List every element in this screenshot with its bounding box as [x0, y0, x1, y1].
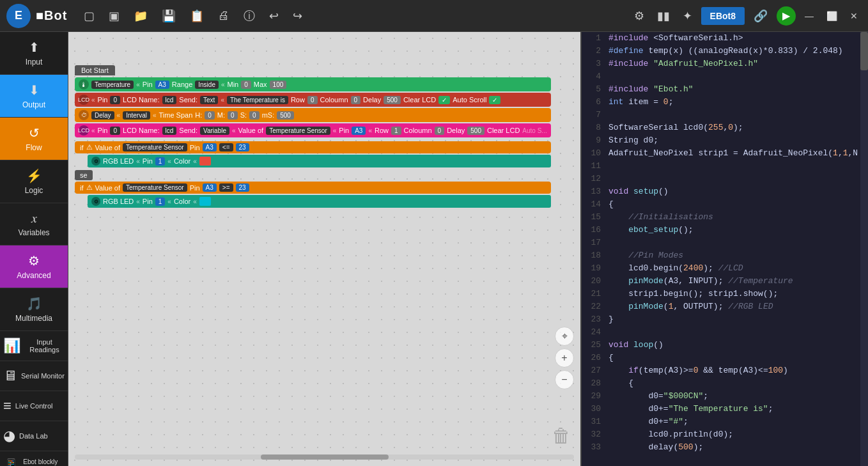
sidebar-item-serial-monitor[interactable]: 🖥 Serial Monitor: [0, 361, 68, 391]
main-area: ⬆ Input ⬇ Output ↺ Flow ⚡ Logic 𝑥 Variab…: [0, 32, 868, 466]
code-line-24: 24: [582, 326, 868, 339]
chip-if2-pin: A3: [203, 183, 217, 192]
if-block-1-container: if ⚠ Value of Temperature Sensor Pin A3 …: [75, 141, 551, 167]
undo-icon[interactable]: ↩: [265, 6, 283, 26]
chip-rgb1-pin: 1: [155, 157, 166, 166]
sidebar-item-input[interactable]: ⬆ Input: [0, 32, 68, 75]
copy-icon[interactable]: ▣: [105, 6, 123, 26]
advanced-icon: ⚙: [28, 253, 40, 268]
layout-icon[interactable]: ▮▮: [653, 6, 674, 26]
chip-text: Text: [200, 96, 218, 104]
chip-pin0-2: 0: [110, 127, 120, 135]
else-label: se: [75, 169, 551, 180]
block-delay-icon: ⏱: [79, 110, 89, 120]
logo-text: ■Bot: [36, 8, 67, 23]
topbar: E ■Bot ▢ ▣ 📁 💾 📋 🖨 ⓘ ↩ ↪ ⚙ ▮▮ ✦ EBot8 🔗 …: [0, 0, 868, 32]
settings-icon[interactable]: ⚙: [630, 6, 648, 26]
logo-letter: E: [15, 9, 22, 22]
sidebar-item-flow[interactable]: ↺ Flow: [0, 118, 68, 160]
ebot-button[interactable]: EBot8: [701, 7, 745, 25]
chip-interval: Interval: [123, 111, 150, 120]
sidebar-item-multimedia[interactable]: 🎵 Multimedia: [0, 288, 68, 331]
live-control-icon: ≡: [3, 398, 12, 414]
save-icon[interactable]: 💾: [158, 6, 180, 26]
print-icon[interactable]: 🖨: [214, 6, 233, 25]
chip-min: 0: [241, 81, 251, 89]
sidebar-item-output[interactable]: ⬇ Output: [0, 75, 68, 118]
chip-col1: 0: [435, 127, 445, 135]
code-line-6: 6 int item = 0;: [582, 96, 868, 109]
canvas-scrollbar-thumb[interactable]: [261, 454, 389, 460]
code-line-22: 22 pinMode(1, OUTPUT); //RGB LED: [582, 300, 868, 313]
flow-icon: ↺: [29, 125, 40, 141]
chip-scroll-check: ✓: [489, 96, 500, 104]
canvas-area[interactable]: Bot Start 🌡 Temperature « Pin A3 Range I…: [68, 32, 580, 466]
sidebar-label-data-lab: Data Lab: [19, 432, 48, 440]
code-editor: 1 #include <SoftwareSerial.h> 2 #define …: [580, 32, 868, 466]
sidebar-item-logic[interactable]: ⚡ Logic: [0, 160, 68, 203]
sidebar-label-input-readings: Input Readings: [24, 338, 65, 353]
redo-icon[interactable]: ↪: [289, 6, 306, 26]
code-line-23: 23 }: [582, 313, 868, 326]
chip-h: 0: [205, 111, 215, 120]
chip-temperature: Temperature: [91, 81, 134, 89]
topbar-right: ⚙ ▮▮ ✦ EBot8 🔗 ▶ — ⬜ ✕: [630, 6, 862, 26]
new-file-icon[interactable]: ▢: [80, 6, 98, 26]
minimize-button[interactable]: —: [801, 10, 818, 22]
if-block-1[interactable]: if ⚠ Value of Temperature Sensor Pin A3 …: [75, 141, 551, 153]
sidebar-item-variables[interactable]: 𝑥 Variables: [0, 203, 68, 245]
chip-temp-sensor: Temperature Sensor: [266, 127, 330, 135]
zoom-out-button[interactable]: −: [555, 370, 574, 389]
link-icon[interactable]: 🔗: [750, 6, 771, 26]
chip-max: 100: [270, 81, 287, 89]
open-icon[interactable]: 📁: [130, 6, 151, 26]
block-temperature[interactable]: 🌡 Temperature « Pin A3 Range Inside « Mi…: [75, 77, 551, 91]
code-line-10: 10 Adafruit_NeoPixel strip1 = Adafruit_N…: [582, 147, 868, 160]
trash-button[interactable]: 🗑: [552, 425, 571, 447]
block-delay[interactable]: ⏱ Delay « Interval « Time Span H: 0 M: 0…: [75, 108, 551, 122]
code-line-25: 25 void loop(): [582, 339, 868, 352]
info-icon[interactable]: ⓘ: [240, 6, 259, 26]
serial-monitor-icon: 🖥: [3, 368, 17, 384]
chip-temp-text: The Temperature is: [227, 96, 288, 104]
chip-lcd-name: lcd: [162, 96, 177, 104]
else-text: se: [75, 170, 93, 180]
block-lcd-2[interactable]: LCD « Pin 0 LCD Name: lcd Send: Variable…: [75, 123, 551, 137]
maximize-button[interactable]: ⬜: [823, 10, 841, 22]
chip-row0: 0: [307, 96, 318, 104]
sidebar-label-input: Input: [26, 58, 43, 66]
if2-body-row[interactable]: ⚙ RGB LED « Pin 1 « Color «: [88, 195, 551, 208]
if-block-2[interactable]: if ⚠ Value of Temperature Sensor Pin A3 …: [75, 182, 551, 194]
code-scrollbar[interactable]: [860, 32, 868, 466]
block-lcd-1[interactable]: LCD « Pin 0 LCD Name: lcd Send: Text « T…: [75, 93, 551, 107]
code-line-17: 17: [582, 237, 868, 249]
code-line-2: 2 #define temp(x) ((analogRead(x)*0.833)…: [582, 45, 868, 58]
crosshair-button[interactable]: ⌖: [555, 327, 574, 346]
puzzle-icon[interactable]: ✦: [679, 6, 696, 26]
save-as-icon[interactable]: 📋: [186, 6, 208, 26]
sidebar: ⬆ Input ⬇ Output ↺ Flow ⚡ Logic 𝑥 Variab…: [0, 32, 68, 466]
canvas-scrollbar[interactable]: [75, 454, 574, 460]
chip-row1: 1: [391, 127, 401, 135]
code-scrollbar-thumb[interactable]: [860, 32, 868, 70]
chip-if1-val: 23: [236, 143, 249, 151]
chip-delay500: 500: [384, 96, 401, 104]
close-button[interactable]: ✕: [846, 10, 862, 22]
sidebar-item-ebot-blockly[interactable]: 📱 Ebot blocklySmartphone: [0, 451, 68, 466]
sidebar-item-input-readings[interactable]: 📊 Input Readings: [0, 331, 68, 361]
if1-body-row[interactable]: ⚙ RGB LED « Pin 1 « Color «: [88, 155, 551, 167]
if-block-2-container: if ⚠ Value of Temperature Sensor Pin A3 …: [75, 182, 551, 208]
code-line-3: 3 #include "Adafruit_NeoPixel.h": [582, 58, 868, 70]
code-line-33: 33 delay(500);: [582, 441, 868, 454]
blocks-container: Bot Start 🌡 Temperature « Pin A3 Range I…: [75, 64, 551, 209]
input-icon: ⬆: [29, 40, 40, 55]
data-lab-icon: ◕: [3, 428, 15, 444]
run-button[interactable]: ▶: [777, 6, 796, 26]
zoom-in-button[interactable]: +: [555, 348, 574, 368]
code-line-16: 16 ebot_setup();: [582, 224, 868, 237]
sidebar-item-live-control[interactable]: ≡ Live Control: [0, 391, 68, 421]
code-line-11: 11: [582, 160, 868, 173]
chip-pin0: 0: [110, 96, 120, 104]
sidebar-item-data-lab[interactable]: ◕ Data Lab: [0, 421, 68, 451]
sidebar-item-advanced[interactable]: ⚙ Advanced: [0, 245, 68, 288]
